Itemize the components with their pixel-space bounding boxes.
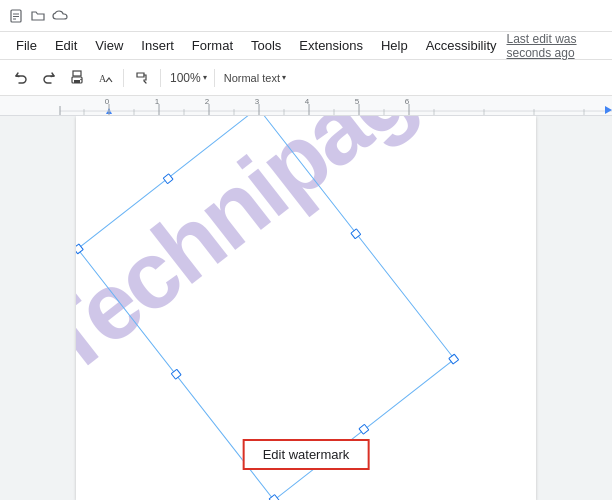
svg-rect-4 [73,71,81,76]
resize-handle-tl[interactable] [76,243,84,254]
menu-extensions[interactable]: Extensions [291,34,371,57]
svg-text:5: 5 [355,97,360,106]
print-button[interactable] [64,65,90,91]
svg-text:6: 6 [405,97,410,106]
menu-accessibility[interactable]: Accessibility [418,34,505,57]
svg-text:3: 3 [255,97,260,106]
style-dropdown-arrow: ▾ [282,73,286,82]
svg-text:0: 0 [105,97,110,106]
svg-text:1: 1 [155,97,160,106]
title-bar [0,0,612,32]
left-margin [0,116,60,500]
resize-handle-bm[interactable] [358,424,369,435]
title-bar-icons [8,8,68,24]
svg-point-7 [80,78,82,80]
document-area: Technipag Edit watermark [0,116,612,500]
redo-button[interactable] [36,65,62,91]
svg-rect-6 [74,80,80,83]
resize-handle-br[interactable] [448,353,459,364]
ruler-svg: 0 1 2 3 4 5 6 [0,96,612,116]
toolbar: A 100% ▾ Normal text ▾ [0,60,612,96]
undo-button[interactable] [8,65,34,91]
svg-text:2: 2 [205,97,210,106]
zoom-dropdown[interactable]: 100% ▾ [166,69,209,87]
menu-help[interactable]: Help [373,34,416,57]
svg-text:A: A [99,73,107,84]
cloud-icon[interactable] [52,8,68,24]
document-page[interactable]: Technipag Edit watermark [76,116,536,500]
svg-text:4: 4 [305,97,310,106]
ruler: 0 1 2 3 4 5 6 [0,96,612,116]
toolbar-divider-2 [160,69,161,87]
menu-format[interactable]: Format [184,34,241,57]
resize-handle-bl[interactable] [268,494,279,500]
spell-check-button[interactable]: A [92,65,118,91]
menu-insert[interactable]: Insert [133,34,182,57]
style-dropdown[interactable]: Normal text ▾ [220,70,288,86]
paint-format-button[interactable] [129,65,155,91]
resize-handle-mr[interactable] [350,228,361,239]
toolbar-divider-3 [214,69,215,87]
resize-handle-ml[interactable] [171,369,182,380]
menu-tools[interactable]: Tools [243,34,289,57]
menu-edit[interactable]: Edit [47,34,85,57]
resize-handle-tm[interactable] [162,173,173,184]
right-margin [552,116,612,500]
toolbar-divider-1 [123,69,124,87]
file-icon[interactable] [8,8,24,24]
menu-view[interactable]: View [87,34,131,57]
menu-file[interactable]: File [8,34,45,57]
page-container: Technipag Edit watermark [60,116,552,500]
edit-watermark-button[interactable]: Edit watermark [243,439,370,470]
folder-icon[interactable] [30,8,46,24]
last-edit-status[interactable]: Last edit was seconds ago [507,32,605,60]
zoom-dropdown-arrow: ▾ [203,73,207,82]
menu-bar: File Edit View Insert Format Tools Exten… [0,32,612,60]
